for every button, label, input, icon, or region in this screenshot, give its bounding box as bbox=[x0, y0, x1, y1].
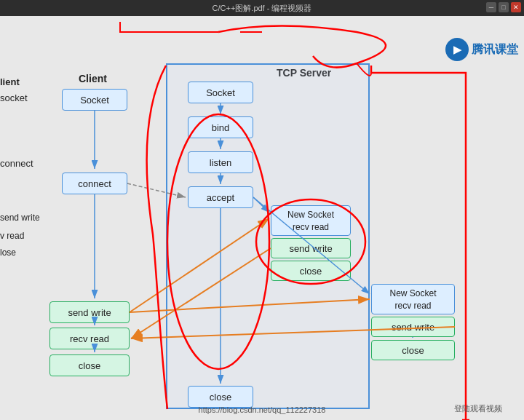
title-text: C/C++图解.pdf - 编程视频器 bbox=[213, 3, 312, 14]
server-close-box: close bbox=[188, 386, 253, 408]
client-socket-box: Socket bbox=[62, 89, 127, 111]
client-recv-read-box: recv read bbox=[49, 328, 130, 349]
title-bar: C/C++图解.pdf - 编程视频器 ─ □ ✕ bbox=[0, 0, 524, 16]
left-send-write-label: send write bbox=[0, 213, 40, 223]
new-socket2-line2: recv read bbox=[378, 300, 448, 312]
footer-url2: 登陆观看视频 bbox=[454, 403, 502, 414]
client-connect-box: connect bbox=[62, 173, 127, 194]
watermark: ▶ 腾讯课堂 bbox=[445, 38, 518, 61]
new-socket2-line1: New Socket bbox=[378, 288, 448, 300]
client-send-write-box: send write bbox=[49, 301, 130, 323]
left-recv-read-label: v read bbox=[0, 231, 24, 241]
maximize-button[interactable]: □ bbox=[499, 2, 509, 12]
title-controls: ─ □ ✕ bbox=[486, 2, 521, 12]
new-socket1-close-box: close bbox=[271, 261, 351, 281]
main-area: ▶ 腾讯课堂 lient socket connect send write v… bbox=[0, 16, 524, 420]
new-socket2-send-write-box: send write bbox=[371, 317, 455, 337]
left-close-label: lose bbox=[0, 247, 16, 258]
server-accept-box: accept bbox=[188, 186, 253, 208]
new-socket1-send-write-box: send write bbox=[271, 238, 351, 258]
server-bind-box: bind bbox=[188, 116, 253, 138]
watermark-text: 腾讯课堂 bbox=[472, 42, 518, 58]
footer-url: https://blog.csdn.net/qq_112227318 bbox=[199, 405, 326, 414]
new-socket1-line1: New Socket bbox=[277, 209, 344, 221]
left-connect-label: connect bbox=[0, 158, 33, 169]
left-socket-label: socket bbox=[0, 92, 28, 103]
minimize-button[interactable]: ─ bbox=[486, 2, 496, 12]
client-label: Client bbox=[79, 73, 107, 84]
server-socket-box: Socket bbox=[188, 82, 253, 103]
new-socket2-box: New Socket recv read bbox=[371, 284, 455, 314]
new-socket1-box: New Socket recv read bbox=[271, 205, 351, 236]
left-partial-label: lient bbox=[0, 76, 20, 87]
new-socket1-line2: recv read bbox=[277, 221, 344, 234]
close-button[interactable]: ✕ bbox=[511, 2, 521, 12]
new-socket2-close-box: close bbox=[371, 340, 455, 360]
tcp-server-box bbox=[166, 63, 370, 409]
client-close-box: close bbox=[49, 354, 130, 376]
watermark-logo: ▶ bbox=[445, 38, 469, 61]
server-listen-box: listen bbox=[188, 151, 253, 173]
